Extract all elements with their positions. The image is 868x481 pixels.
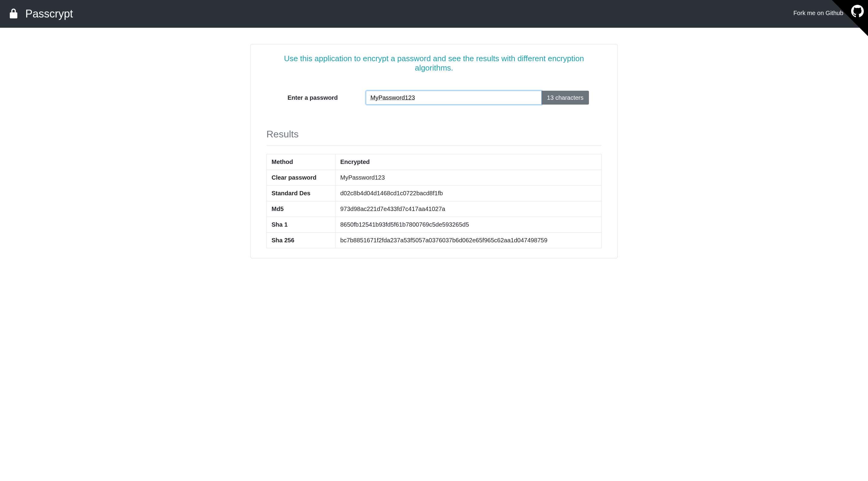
github-octocat-icon xyxy=(851,5,864,18)
table-row: Sha 1 8650fb12541b93fd5f61b7800769c5de59… xyxy=(267,217,601,233)
password-input-group: 13 characters xyxy=(366,91,589,104)
app-title: Passcrypt xyxy=(25,7,73,20)
password-label: Enter a password xyxy=(287,94,366,101)
table-row: Md5 973d98ac221d7e433fd7c417aa41027a xyxy=(267,201,601,217)
value-cell: 973d98ac221d7e433fd7c417aa41027a xyxy=(336,201,601,217)
col-method: Method xyxy=(267,154,336,170)
value-cell: 8650fb12541b93fd5f61b7800769c5de593265d5 xyxy=(336,217,601,233)
fork-github-link[interactable]: Fork me on Github xyxy=(793,10,843,17)
value-cell: MyPassword123 xyxy=(336,170,601,186)
lock-icon xyxy=(9,8,18,19)
table-header-row: Method Encrypted xyxy=(267,154,601,170)
results-table: Method Encrypted Clear password MyPasswo… xyxy=(267,154,601,248)
method-cell: Sha 1 xyxy=(267,217,336,233)
github-ribbon[interactable]: Fork me on Github xyxy=(823,0,868,28)
navbar: Passcrypt Fork me on Github xyxy=(0,0,868,28)
navbar-brand[interactable]: Passcrypt xyxy=(9,7,73,20)
description-text: Use this application to encrypt a passwo… xyxy=(267,54,601,73)
table-row: Sha 256 bc7b8851671f2fda237a53f5057a0376… xyxy=(267,233,601,248)
password-input[interactable] xyxy=(366,91,541,104)
value-cell: d02c8b4d04d1468cd1c0722bacd8f1fb xyxy=(336,186,601,201)
char-count-badge: 13 characters xyxy=(541,91,589,104)
table-row: Clear password MyPassword123 xyxy=(267,170,601,186)
col-encrypted: Encrypted xyxy=(336,154,601,170)
main-container: Use this application to encrypt a passwo… xyxy=(246,44,622,258)
table-row: Standard Des d02c8b4d04d1468cd1c0722bacd… xyxy=(267,186,601,201)
value-cell: bc7b8851671f2fda237a53f5057a0376037b6d06… xyxy=(336,233,601,248)
method-cell: Sha 256 xyxy=(267,233,336,248)
method-cell: Md5 xyxy=(267,201,336,217)
password-form-row: Enter a password 13 characters xyxy=(267,91,601,104)
main-panel: Use this application to encrypt a passwo… xyxy=(250,44,618,258)
method-cell: Standard Des xyxy=(267,186,336,201)
method-cell: Clear password xyxy=(267,170,336,186)
results-heading: Results xyxy=(267,129,601,146)
